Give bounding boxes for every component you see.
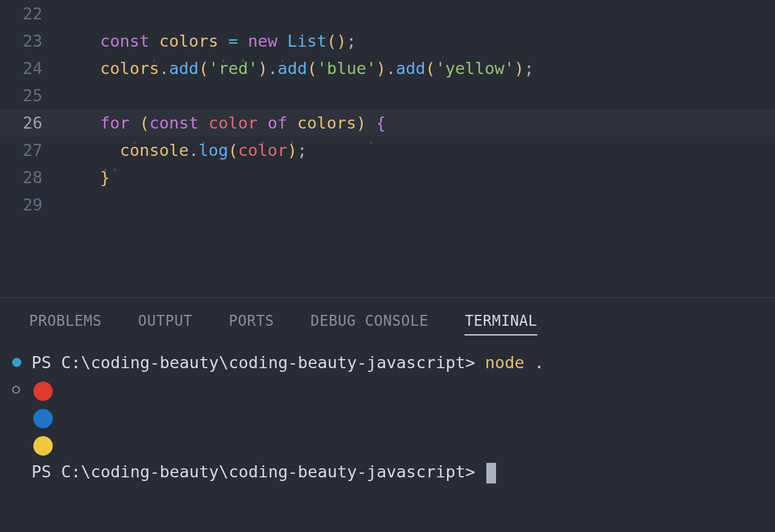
token: ; — [524, 59, 534, 78]
terminal-line[interactable]: PS C:\coding-beauty\coding-beauty-javasc… — [12, 458, 769, 485]
line-number: 25 — [0, 82, 61, 109]
token: add — [396, 59, 426, 78]
terminal-line-content: PS C:\coding-beauty\coding-beauty-javasc… — [32, 349, 544, 376]
panel-tab-ports[interactable]: PORTS — [229, 312, 274, 335]
token: ( — [199, 59, 209, 78]
line-number: 22 — [0, 0, 61, 27]
token: = — [228, 32, 238, 50]
code-line[interactable]: 22 — [0, 0, 775, 27]
token: const — [149, 113, 198, 132]
token: . — [267, 59, 277, 78]
circle-blue-icon — [33, 409, 53, 428]
terminal-line[interactable]: PS C:\coding-beauty\coding-beauty-javasc… — [12, 349, 769, 376]
token: ; — [346, 32, 356, 50]
token: ) — [258, 59, 267, 78]
token: ) — [514, 59, 524, 78]
line-number: 28 — [0, 164, 61, 191]
terminal-line-content — [32, 403, 53, 431]
panel-tab-output[interactable]: OUTPUT — [138, 312, 193, 335]
terminal-line[interactable] — [12, 376, 769, 403]
token: () — [327, 32, 347, 50]
panel-tab-problems[interactable]: PROBLEMS — [29, 312, 102, 335]
token: ( — [139, 113, 149, 132]
line-number: 23 — [0, 27, 61, 55]
token: add — [169, 59, 199, 78]
marker-dot-filled-icon — [12, 358, 21, 367]
token: ( — [307, 59, 317, 78]
token: colors — [297, 113, 357, 132]
code-line[interactable]: 26 for·(const·color·of·colors)·{ — [0, 109, 775, 136]
code-content[interactable]: for·(const·color·of·colors)·{ — [61, 109, 386, 136]
circle-red-icon — [33, 382, 53, 401]
token: . — [189, 141, 198, 160]
line-number: 26 — [0, 109, 61, 136]
code-line[interactable]: 24 colors.add('red').add('blue').add('ye… — [0, 55, 775, 82]
token: of — [267, 113, 287, 132]
token: 'red' — [209, 59, 258, 78]
token: ( — [228, 141, 238, 160]
token: ) — [376, 59, 386, 78]
circle-yellow-icon — [33, 436, 53, 456]
token: ) — [356, 113, 366, 132]
bottom-panel: PROBLEMSOUTPUTPORTSDEBUG CONSOLETERMINAL… — [0, 298, 775, 532]
terminal-body[interactable]: PS C:\coding-beauty\coding-beauty-javasc… — [0, 344, 775, 485]
terminal-line[interactable] — [12, 431, 769, 458]
terminal-text: PS C:\coding-beauty\coding-beauty-javasc… — [32, 462, 485, 481]
terminal-cursor — [486, 463, 496, 483]
code-content[interactable]: colors.add('red').add('blue').add('yello… — [61, 55, 534, 82]
terminal-text: . — [534, 353, 544, 372]
token: List — [287, 32, 327, 50]
token: new — [248, 32, 278, 50]
panel-tab-terminal[interactable]: TERMINAL — [465, 312, 537, 335]
token: 'yellow' — [435, 59, 514, 78]
line-number: 24 — [0, 55, 61, 82]
code-editor[interactable]: 2223 const·colors·=·new·List();24 colors… — [0, 0, 775, 297]
panel-tab-debug-console[interactable]: DEBUG CONSOLE — [310, 312, 428, 335]
line-number: 29 — [0, 191, 61, 218]
code-content[interactable]: ··console.log(color); — [61, 136, 307, 164]
token: . — [386, 59, 396, 78]
terminal-line-marker — [12, 386, 32, 394]
token: color — [209, 113, 258, 132]
code-line[interactable]: 23 const·colors·=·new·List(); — [0, 27, 775, 55]
token: . — [159, 59, 169, 78]
token: ( — [426, 59, 435, 78]
token: ; — [297, 141, 307, 160]
terminal-text: node — [485, 353, 534, 372]
terminal-line-content — [32, 376, 53, 403]
marker-dot-hollow-icon — [12, 386, 20, 394]
code-line[interactable]: 29 — [0, 191, 775, 218]
terminal-text: PS C:\coding-beauty\coding-beauty-javasc… — [32, 353, 485, 372]
terminal-line-content — [32, 431, 53, 458]
terminal-line[interactable] — [12, 403, 769, 431]
token: colors — [159, 32, 219, 50]
token: { — [376, 113, 386, 132]
code-line[interactable]: 25 — [0, 82, 775, 109]
terminal-line-marker — [12, 358, 32, 367]
code-line[interactable]: 27 ··console.log(color); — [0, 136, 775, 164]
token: for — [100, 113, 130, 132]
line-number: 27 — [0, 136, 61, 164]
token: 'blue' — [317, 59, 377, 78]
terminal-line-content: PS C:\coding-beauty\coding-beauty-javasc… — [32, 458, 496, 485]
token: const — [100, 32, 149, 50]
panel-tabs: PROBLEMSOUTPUTPORTSDEBUG CONSOLETERMINAL — [0, 298, 775, 344]
code-content[interactable]: const·colors·=·new·List(); — [61, 27, 356, 55]
